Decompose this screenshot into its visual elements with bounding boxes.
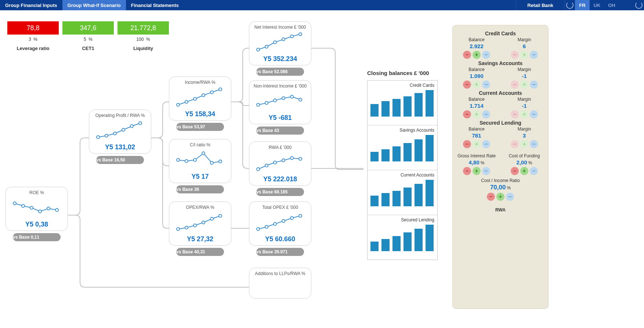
tab-group-financial-inputs[interactable]: Group Financial Inputs [0, 0, 62, 10]
node-total-opex[interactable]: Total OPEX £ '000 Y5 60.660 vs Base 39.9… [249, 202, 311, 256]
svg-point-45 [282, 159, 285, 162]
cir-plus[interactable]: + [496, 193, 504, 201]
node-rwa[interactable]: RWA £ '000 Y5 222.018 vs Base 68.185 [249, 142, 311, 196]
svg-point-38 [274, 99, 276, 102]
kpi-leverage: 78,8 3 % Leverage ratio [7, 21, 59, 51]
gir-minus-large[interactable]: − [463, 167, 471, 175]
region-fr[interactable]: FR [575, 0, 590, 10]
context-label: Retail Bank [516, 0, 565, 10]
margin-minus-large-secured-lending[interactable]: − [511, 140, 519, 148]
node-opex-rwa[interactable]: OPEX/RWA % Y5 27,32 vs Base 40,31 [169, 202, 231, 256]
svg-point-48 [257, 228, 260, 231]
control-panel: Credit CardsBalance2.922−+−Margin6−+−Sav… [452, 25, 549, 309]
balance-plus-savings-accounts[interactable]: + [473, 81, 481, 89]
svg-point-0 [13, 202, 16, 205]
cir-label: Cost / Income Ratio [453, 178, 548, 183]
kpi-pct: 3 % [7, 37, 59, 42]
region-uk[interactable]: UK [590, 0, 604, 10]
svg-point-13 [185, 100, 188, 103]
svg-point-43 [265, 164, 268, 167]
region-oh[interactable]: OH [604, 0, 619, 10]
cir-minus-large[interactable]: − [487, 193, 495, 201]
card-title: RWA £ '000 [252, 145, 309, 150]
svg-point-26 [193, 224, 196, 227]
card-value: Y5 17 [171, 173, 229, 181]
balance-minus-large-savings-accounts[interactable]: − [463, 81, 471, 89]
tab-financial-statements[interactable]: Financial Statements [126, 0, 184, 10]
refresh-icon [635, 1, 643, 9]
node-non-interest-income[interactable]: Non-Interest Income £ '000 Y5 -681 vs Ba… [249, 80, 311, 135]
cir-minus-small[interactable]: − [506, 193, 514, 201]
svg-point-16 [210, 91, 213, 94]
cb-credit-cards: Credit Cards [368, 81, 437, 125]
margin-minus-large-savings-accounts[interactable]: − [511, 81, 519, 89]
card-title: OPEX/RWA % [171, 205, 229, 210]
node-operating-profit-rwa[interactable]: Operating Profit / RWA % Y5 131,02 vs Ba… [89, 110, 151, 164]
balance-minus-small-current-accounts[interactable]: − [482, 110, 490, 118]
cof-plus[interactable]: + [520, 167, 528, 175]
card-title: ROE % [8, 190, 65, 195]
balance-plus-current-accounts[interactable]: + [473, 110, 481, 118]
margin-plus-savings-accounts[interactable]: + [520, 81, 528, 89]
margin-plus-credit-cards[interactable]: + [520, 51, 528, 59]
balance-minus-large-credit-cards[interactable]: − [463, 51, 471, 59]
node-ci-ratio[interactable]: C/I ratio % Y5 17 vs Base 36 [169, 139, 231, 193]
gir-plus[interactable]: + [473, 167, 481, 175]
cof-minus-small[interactable]: − [530, 167, 538, 175]
svg-point-4 [47, 207, 50, 210]
card-title: Income/RWA % [171, 80, 229, 85]
card-value: Y5 352.234 [252, 55, 309, 63]
margin-minus-large-current-accounts[interactable]: − [511, 110, 519, 118]
card-title: Net Interest Income £ '000 [252, 25, 309, 30]
cof-minus-large[interactable]: − [511, 167, 519, 175]
refresh-right-button[interactable] [634, 0, 644, 10]
node-net-interest-income[interactable]: Net Interest Income £ '000 Y5 352.234 vs… [249, 21, 311, 76]
svg-point-51 [282, 220, 285, 222]
section-title-savings-accounts: Savings Accounts [453, 60, 548, 66]
svg-point-40 [290, 95, 293, 98]
refresh-left-button[interactable] [565, 0, 575, 10]
cb-current-accounts: Current Accounts [368, 170, 437, 215]
svg-point-50 [274, 222, 276, 225]
balance-minus-small-credit-cards[interactable]: − [482, 51, 490, 59]
kpi-name: CET1 [62, 46, 114, 51]
card-value: Y5 27,32 [171, 235, 229, 243]
margin-minus-small-secured-lending[interactable]: − [530, 140, 538, 148]
gir-minus-small[interactable]: − [482, 167, 490, 175]
svg-point-41 [299, 98, 302, 101]
node-roe[interactable]: ROE % Y5 0,38 vs Base 0,11 [6, 187, 68, 241]
vs-base-pill: vs Base 16,50 [96, 156, 144, 164]
region-blank[interactable] [619, 0, 634, 10]
card-title: Additions to LLPs/RWA % [252, 271, 309, 276]
svg-point-10 [130, 125, 133, 128]
card-value: Y5 222.018 [252, 175, 309, 183]
margin-minus-small-savings-accounts[interactable]: − [530, 81, 538, 89]
svg-point-28 [210, 217, 213, 220]
tab-group-what-if-scenario[interactable]: Group What-If Scenario [62, 0, 126, 10]
node-income-rwa[interactable]: Income/RWA % Y5 158,34 vs Base 53,97 [169, 76, 231, 131]
refresh-icon [566, 1, 574, 9]
node-llp-rwa[interactable]: Additions to LLPs/RWA % [249, 268, 311, 299]
balance-minus-small-savings-accounts[interactable]: − [482, 81, 490, 89]
margin-minus-small-current-accounts[interactable]: − [530, 110, 538, 118]
card-value: Y5 0,38 [8, 221, 65, 228]
cb-series-name: Secured Lending [370, 217, 434, 222]
balance-label: Balance [456, 97, 497, 102]
cb-series-name: Credit Cards [370, 83, 434, 88]
margin-minus-small-credit-cards[interactable]: − [530, 51, 538, 59]
svg-point-20 [193, 158, 196, 161]
balance-plus-secured-lending[interactable]: + [473, 140, 481, 148]
vs-base-pill: vs Base 68.185 [256, 188, 304, 196]
margin-minus-large-credit-cards[interactable]: − [511, 51, 519, 59]
cb-secured-lending: Secured Lending [368, 215, 437, 260]
balance-plus-credit-cards[interactable]: + [473, 51, 481, 59]
margin-plus-current-accounts[interactable]: + [520, 110, 528, 118]
margin-plus-secured-lending[interactable]: + [520, 140, 528, 148]
kpi-liquidity: 21.772,8 100 % Liquidity [117, 21, 169, 51]
svg-point-47 [299, 157, 302, 160]
balance-minus-small-secured-lending[interactable]: − [482, 140, 490, 148]
balance-label: Balance [456, 126, 497, 132]
balance-value-credit-cards: 2.922 [456, 43, 497, 49]
balance-minus-large-current-accounts[interactable]: − [463, 110, 471, 118]
balance-minus-large-secured-lending[interactable]: − [463, 140, 471, 148]
